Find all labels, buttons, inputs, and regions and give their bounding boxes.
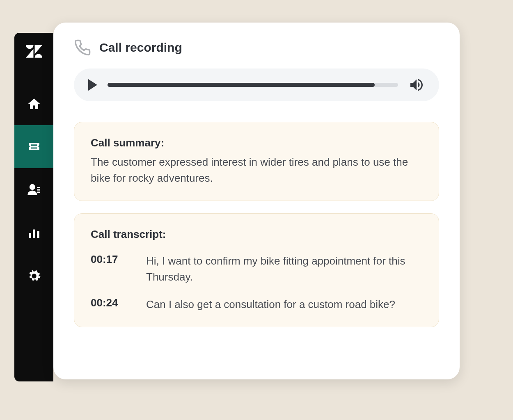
volume-icon[interactable] <box>408 77 425 93</box>
transcript-text: Hi, I want to confirm my bike fitting ap… <box>146 253 422 285</box>
ticket-icon <box>27 140 41 154</box>
phone-icon <box>74 39 91 56</box>
transcript-text: Can I also get a consultation for a cust… <box>146 297 422 313</box>
card-title: Call recording <box>99 41 182 55</box>
audio-progress-fill <box>108 83 375 87</box>
gear-icon <box>27 269 41 283</box>
sidebar-item-settings[interactable] <box>14 254 53 297</box>
sidebar <box>14 33 53 381</box>
transcript-row: 00:24 Can I also get a consultation for … <box>91 297 422 313</box>
call-summary-box: Call summary: The customer expressed int… <box>74 122 439 201</box>
home-icon <box>27 97 41 111</box>
transcript-label: Call transcript: <box>91 228 422 241</box>
svg-rect-0 <box>29 233 31 238</box>
transcript-row: 00:17 Hi, I want to confirm my bike fitt… <box>91 253 422 285</box>
play-button[interactable] <box>88 79 97 91</box>
call-recording-card: Call recording Call summary: The custome… <box>53 23 460 379</box>
transcript-time: 00:17 <box>91 253 124 285</box>
svg-rect-1 <box>33 229 35 238</box>
chart-icon <box>27 226 41 240</box>
sidebar-item-tickets[interactable] <box>14 125 53 168</box>
sidebar-item-home[interactable] <box>14 82 53 125</box>
sidebar-item-analytics[interactable] <box>14 211 53 254</box>
card-header: Call recording <box>74 39 439 56</box>
svg-rect-2 <box>37 231 39 238</box>
audio-player <box>74 68 439 101</box>
sidebar-item-users[interactable] <box>14 168 53 211</box>
transcript-time: 00:24 <box>91 297 124 313</box>
users-icon <box>27 183 41 197</box>
zendesk-logo-icon <box>26 45 42 62</box>
summary-label: Call summary: <box>91 137 422 149</box>
call-transcript-box: Call transcript: 00:17 Hi, I want to con… <box>74 213 439 327</box>
summary-text: The customer expressed interest in wider… <box>91 154 422 186</box>
audio-progress-track[interactable] <box>108 83 398 87</box>
